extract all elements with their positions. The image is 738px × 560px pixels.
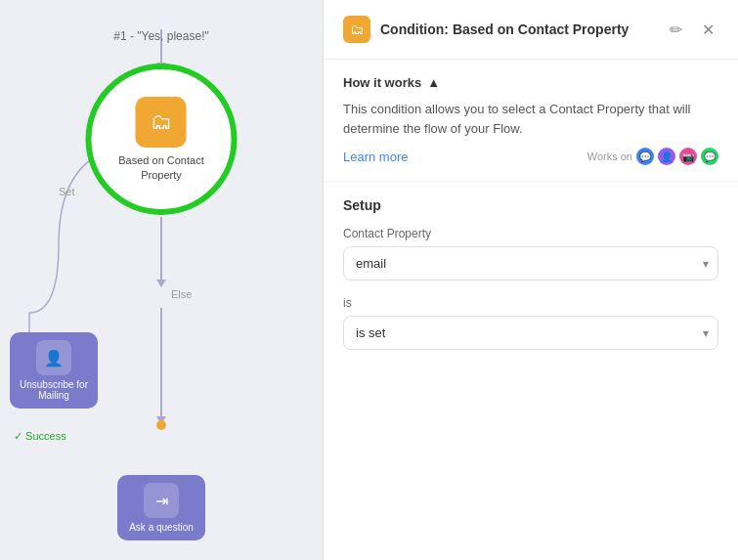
contact-property-icon: 🗂: [136, 97, 187, 148]
setup-section: Setup Contact Property email phone name …: [324, 182, 738, 381]
learn-more-row: Learn more Works on 💬 👤 📷 💬: [343, 148, 718, 165]
panel-title: Condition: Based on Contact Property: [380, 22, 656, 37]
contact-property-select-wrapper: email phone name ▾: [343, 246, 718, 280]
setup-title: Setup: [343, 197, 718, 213]
works-on: Works on 💬 👤 📷 💬: [587, 148, 718, 165]
svg-marker-5: [156, 280, 166, 287]
contact-property-field-group: Contact Property email phone name ▾: [343, 227, 718, 280]
contact-property-select[interactable]: email phone name: [343, 246, 718, 280]
panel-header-actions: ✏ ✕: [666, 17, 718, 43]
edit-button[interactable]: ✏: [666, 17, 686, 43]
chevron-up-icon: ▲: [427, 75, 440, 90]
contact-property-node[interactable]: 🗂 Based on ContactProperty: [118, 97, 203, 182]
channel-messenger-icon: 💬: [636, 148, 654, 165]
how-it-works-section: How it works ▲ This condition allows you…: [324, 60, 738, 182]
svg-marker-7: [156, 416, 166, 424]
svg-point-8: [156, 420, 166, 430]
how-it-works-label: How it works: [343, 75, 421, 90]
contact-property-node-label: Based on ContactProperty: [118, 153, 203, 182]
else-label: Else: [171, 288, 192, 300]
unsubscribe-icon: 👤: [36, 340, 71, 375]
how-it-works-description: This condition allows you to select a Co…: [343, 100, 718, 138]
panel-header: 🗂 Condition: Based on Contact Property ✏…: [324, 0, 738, 60]
how-it-works-toggle[interactable]: How it works ▲: [343, 75, 718, 90]
ask-question-label: Ask a question: [129, 522, 194, 533]
right-panel: 🗂 Condition: Based on Contact Property ✏…: [323, 0, 738, 560]
learn-more-link[interactable]: Learn more: [343, 150, 408, 164]
unsubscribe-label: Unsubscribe forMailing: [20, 379, 88, 401]
is-select[interactable]: is set is not set equals contains: [343, 316, 718, 350]
is-select-wrapper: is set is not set equals contains ▾: [343, 316, 718, 350]
green-circle-highlight[interactable]: 🗂 Based on ContactProperty: [86, 64, 238, 215]
set-label: Set: [59, 186, 75, 197]
works-on-label: Works on: [587, 151, 632, 162]
panel-header-icon: 🗂: [343, 16, 370, 43]
step-label: #1 - "Yes, please!": [113, 29, 208, 43]
close-button[interactable]: ✕: [698, 17, 718, 43]
success-badge: ✓ Success: [14, 430, 66, 443]
channel-user-icon: 👤: [658, 148, 675, 165]
unsubscribe-node[interactable]: 👤 Unsubscribe forMailing: [10, 332, 98, 409]
is-label: is: [343, 296, 718, 310]
channel-whatsapp-icon: 💬: [701, 148, 718, 165]
is-field-group: is is set is not set equals contains ▾: [343, 296, 718, 350]
channel-instagram-icon: 📷: [679, 148, 697, 165]
ask-question-icon: ⇥: [144, 483, 179, 518]
ask-question-node[interactable]: ⇥ Ask a question: [117, 475, 205, 540]
contact-property-label: Contact Property: [343, 227, 718, 240]
flow-canvas: #1 - "Yes, please!" 🗂 Based on ContactPr…: [0, 0, 323, 560]
